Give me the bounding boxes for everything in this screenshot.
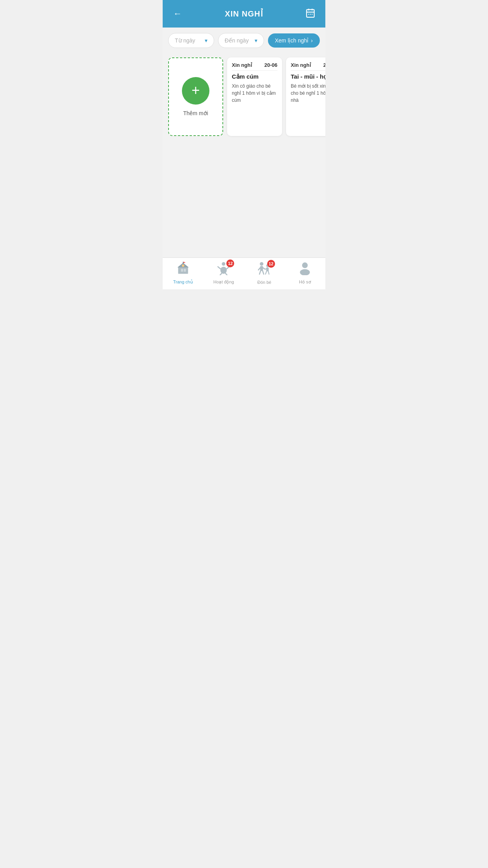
- svg-marker-13: [183, 262, 185, 263]
- svg-line-24: [259, 271, 261, 274]
- add-new-card[interactable]: + Thêm mới: [168, 57, 223, 136]
- add-icon-circle: +: [182, 77, 209, 105]
- leave-card[interactable]: Xin nghỉ 20-06 Cảm cúm Xin cô giáo cho b…: [227, 57, 282, 136]
- content-spacer: [163, 140, 325, 257]
- svg-rect-11: [182, 265, 184, 267]
- from-date-placeholder: Từ ngày: [175, 37, 195, 44]
- svg-point-31: [302, 263, 308, 268]
- leave-card-title: Cảm cúm: [232, 73, 277, 80]
- svg-point-32: [300, 269, 310, 275]
- leave-card-date: 20-06: [323, 62, 325, 68]
- svg-point-14: [222, 262, 226, 266]
- bottom-nav: Trang chủ 12 Hoạt động: [163, 257, 325, 289]
- svg-rect-4: [308, 14, 309, 15]
- leave-card-type: Xin nghỉ: [291, 62, 311, 68]
- activity-badge: 12: [226, 259, 234, 267]
- page-title: XIN NGHỈ: [225, 9, 263, 18]
- back-button[interactable]: ←: [171, 9, 185, 19]
- svg-line-25: [262, 271, 264, 274]
- nav-item-profile[interactable]: Hồ sơ: [291, 261, 319, 285]
- svg-point-15: [220, 267, 227, 274]
- svg-rect-9: [181, 269, 183, 272]
- nav-label-home: Trang chủ: [173, 280, 193, 285]
- add-new-label: Thêm mới: [183, 110, 208, 116]
- chevron-down-icon: ▾: [205, 37, 207, 44]
- view-schedule-label: Xem lịch nghỉ: [275, 37, 309, 44]
- header: ← XIN NGHỈ: [163, 0, 325, 28]
- svg-line-28: [265, 269, 266, 269]
- leave-card-description: Xin cô giáo cho bé nghỉ 1 hôm vì bị cảm …: [232, 83, 277, 104]
- nav-label-profile: Hồ sơ: [299, 280, 311, 285]
- svg-rect-5: [310, 14, 311, 15]
- nav-item-home[interactable]: Trang chủ: [169, 261, 197, 285]
- home-icon: [176, 261, 190, 278]
- svg-rect-21: [260, 266, 263, 271]
- svg-rect-27: [266, 267, 268, 271]
- nav-label-pickup: Đón bé: [257, 280, 271, 285]
- svg-line-16: [218, 267, 220, 268]
- plus-icon: +: [191, 83, 200, 97]
- leave-card-title: Tai - mũi - họng: [291, 73, 325, 80]
- calendar-button[interactable]: [303, 8, 317, 20]
- nav-item-activity[interactable]: 12 Hoạt động: [210, 261, 237, 285]
- view-schedule-button[interactable]: Xem lịch nghỉ ›: [268, 33, 320, 48]
- arrow-right-icon: ›: [311, 37, 313, 44]
- leave-card-header: Xin nghỉ 20-06: [291, 62, 325, 71]
- svg-rect-12: [183, 262, 183, 264]
- profile-icon: [298, 261, 312, 278]
- svg-line-22: [258, 268, 260, 270]
- to-date-dropdown[interactable]: Đến ngày ▾: [218, 33, 264, 48]
- leave-card-date: 20-06: [264, 62, 277, 68]
- svg-rect-0: [306, 9, 314, 17]
- filter-bar: Từ ngày ▾ Đến ngày ▾ Xem lịch nghỉ ›: [163, 28, 325, 53]
- leave-card[interactable]: 1 Xin nghỉ 20-06 Tai - mũi - họng Bé mới…: [286, 57, 325, 136]
- leave-card-type: Xin nghỉ: [232, 62, 252, 68]
- app-container: ← XIN NGHỈ Từ ngày ▾ Đến ngày ▾: [163, 0, 325, 289]
- from-date-dropdown[interactable]: Từ ngày ▾: [168, 33, 214, 48]
- to-date-placeholder: Đến ngày: [225, 37, 249, 44]
- calendar-icon: [305, 8, 316, 18]
- svg-rect-6: [312, 14, 312, 15]
- nav-item-pickup[interactable]: 12 Đón bé: [251, 261, 278, 285]
- chevron-down-icon: ▾: [255, 37, 257, 44]
- leave-card-header: Xin nghỉ 20-06: [232, 62, 277, 71]
- pickup-badge: 12: [267, 260, 275, 268]
- nav-label-activity: Hoạt động: [213, 280, 234, 285]
- svg-line-29: [265, 271, 266, 274]
- svg-line-18: [220, 273, 222, 275]
- cards-area: + Thêm mới Xin nghỉ 20-06 Cảm cúm Xin cô…: [163, 53, 325, 140]
- leave-card-description: Bé mới bị sốt xin cô cho bé nghỉ 1 hôm ở…: [291, 83, 325, 104]
- svg-line-30: [268, 271, 269, 274]
- svg-line-19: [226, 273, 227, 275]
- svg-rect-10: [184, 269, 186, 272]
- svg-point-20: [260, 262, 263, 266]
